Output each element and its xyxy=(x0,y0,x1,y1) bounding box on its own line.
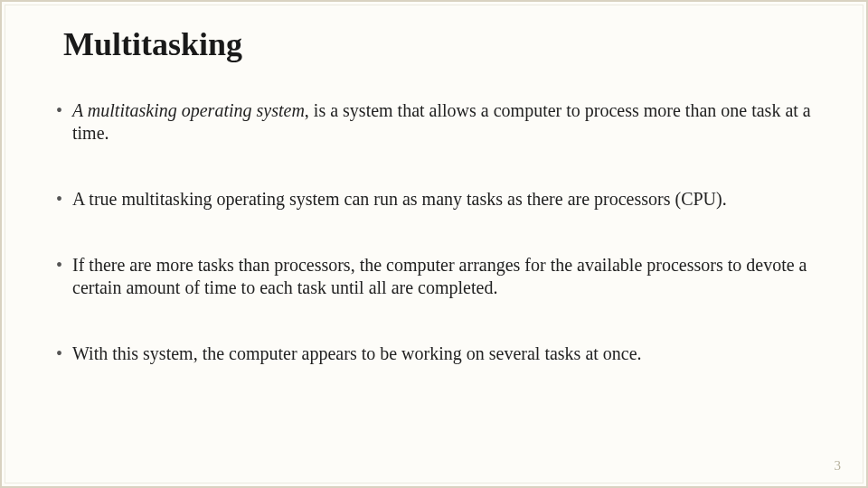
page-number: 3 xyxy=(835,458,842,474)
bullet-item: A multitasking operating system, is a sy… xyxy=(52,99,819,145)
slide-frame: Multitasking A multitasking operating sy… xyxy=(0,0,868,488)
bullet-list: A multitasking operating system, is a sy… xyxy=(49,99,819,365)
bullet-lead-phrase: A multitasking operating system xyxy=(72,100,305,120)
bullet-text: A true multitasking operating system can… xyxy=(72,189,727,209)
bullet-text: With this system, the computer appears t… xyxy=(72,343,642,363)
bullet-item: If there are more tasks than processors,… xyxy=(52,254,819,299)
bullet-text: If there are more tasks than processors,… xyxy=(72,255,807,297)
slide-content: Multitasking A multitasking operating sy… xyxy=(5,5,863,483)
slide-title: Multitasking xyxy=(63,25,819,63)
bullet-item: A true multitasking operating system can… xyxy=(52,188,819,211)
bullet-item: With this system, the computer appears t… xyxy=(52,343,819,365)
